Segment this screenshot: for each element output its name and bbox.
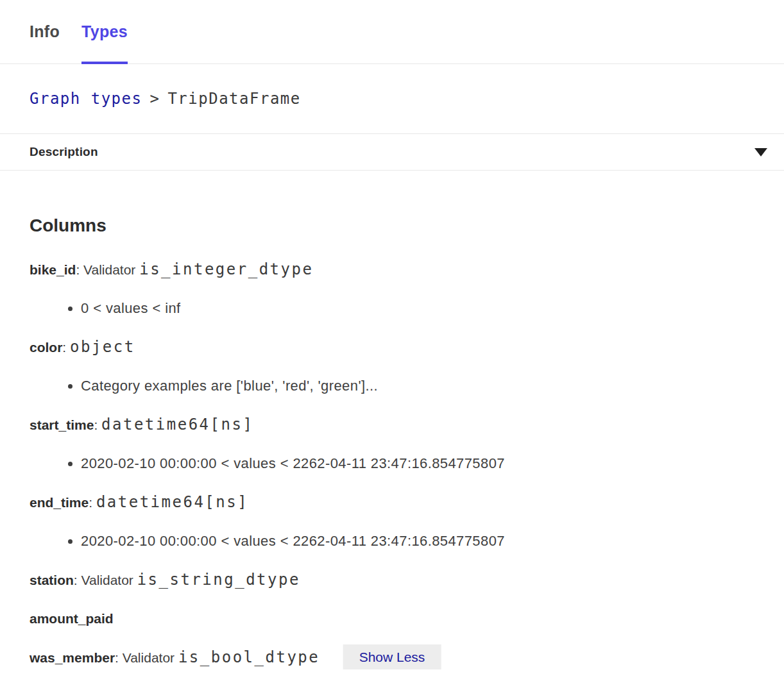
column-entry: station: Validator is_string_dtype bbox=[30, 571, 754, 589]
column-bullet-item: Category examples are ['blue', 'red', 'g… bbox=[81, 378, 754, 394]
column-bullet-list: 0 < values < inf bbox=[30, 300, 754, 317]
column-name: color bbox=[30, 340, 62, 355]
column-entry: color: object bbox=[30, 339, 754, 356]
column-name: bike_id bbox=[30, 262, 76, 277]
column-dtype-code: object bbox=[70, 338, 135, 356]
column-dtype-code: datetime64[ns] bbox=[101, 416, 253, 433]
column-dtype-code: is_integer_dtype bbox=[139, 260, 313, 278]
column-name: end_time bbox=[30, 495, 89, 510]
column-bullet-item: 2020-02-10 00:00:00 < values < 2262-04-1… bbox=[81, 533, 754, 550]
breadcrumb: Graph types > TripDataFrame bbox=[0, 64, 784, 134]
columns-heading: Columns bbox=[30, 215, 754, 237]
breadcrumb-current: TripDataFrame bbox=[167, 90, 300, 108]
column-name: station bbox=[30, 573, 74, 587]
column-name: amount_paid bbox=[30, 611, 114, 626]
description-section-header[interactable]: Description bbox=[0, 134, 784, 171]
column-entry: bike_id: Validator is_integer_dtype bbox=[30, 261, 754, 278]
column-bullet-list: Category examples are ['blue', 'red', 'g… bbox=[30, 378, 754, 394]
column-dtype-code: datetime64[ns] bbox=[96, 493, 248, 511]
column-dtype-code: is_bool_dtype bbox=[178, 648, 320, 666]
show-less-button[interactable]: Show Less bbox=[343, 644, 441, 669]
column-bullet-list: 2020-02-10 00:00:00 < values < 2262-04-1… bbox=[30, 533, 754, 550]
column-mid-text: : bbox=[62, 340, 70, 355]
column-entry: end_time: datetime64[ns] bbox=[30, 494, 754, 511]
tab-info[interactable]: Info bbox=[30, 0, 60, 63]
column-bullet-item: 2020-02-10 00:00:00 < values < 2262-04-1… bbox=[81, 455, 754, 472]
chevron-down-icon bbox=[754, 148, 767, 156]
column-bullet-list: 2020-02-10 00:00:00 < values < 2262-04-1… bbox=[30, 455, 754, 472]
columns-section: Columns bike_id: Validator is_integer_dt… bbox=[0, 171, 784, 666]
breadcrumb-separator: > bbox=[149, 90, 160, 108]
column-bullet-item: 0 < values < inf bbox=[81, 300, 754, 317]
column-mid-text: : Validator bbox=[115, 650, 178, 665]
column-dtype-code: is_string_dtype bbox=[137, 571, 300, 589]
column-entry: amount_paid bbox=[30, 610, 754, 627]
column-entry: start_time: datetime64[ns] bbox=[30, 416, 754, 433]
description-label: Description bbox=[30, 145, 98, 159]
column-name: start_time bbox=[30, 417, 94, 432]
column-name: was_member bbox=[30, 650, 115, 665]
column-mid-text: : Validator bbox=[76, 262, 139, 277]
column-mid-text: : Validator bbox=[74, 573, 137, 587]
column-mid-text: : bbox=[89, 495, 96, 510]
tab-types[interactable]: Types bbox=[81, 0, 128, 63]
breadcrumb-link-graph-types[interactable]: Graph types bbox=[30, 90, 142, 108]
columns-list: bike_id: Validator is_integer_dtype0 < v… bbox=[30, 261, 754, 666]
tab-bar: Info Types bbox=[0, 0, 784, 64]
column-mid-text: : bbox=[94, 417, 101, 432]
